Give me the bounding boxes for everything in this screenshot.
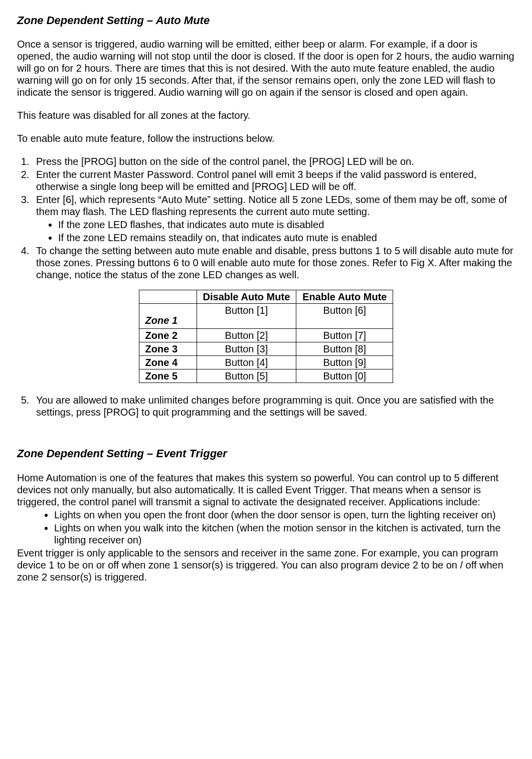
step-item: Enter [6], which represents “Auto Mute” … (32, 194, 515, 244)
applications-list: Lights on when you open the front door (… (17, 509, 515, 546)
steps-list: Press the [PROG] button on the side of t… (17, 155, 515, 281)
table-header-empty (139, 290, 197, 304)
step-item: Press the [PROG] button on the side of t… (32, 155, 515, 167)
bullet-item: If the zone LED remains steadily on, tha… (58, 232, 515, 244)
table-header-enable: Enable Auto Mute (296, 290, 393, 304)
table-header-row: Disable Auto Mute Enable Auto Mute (139, 290, 393, 304)
table-cell: Button [3] (197, 342, 296, 356)
paragraph: This feature was disabled for all zones … (17, 109, 515, 121)
table-rowhead: Zone 3 (139, 342, 197, 356)
section-heading-event-trigger: Zone Dependent Setting – Event Trigger (17, 447, 515, 460)
table-row: Zone 2 Button [2] Button [7] (139, 329, 393, 342)
zone-table: Disable Auto Mute Enable Auto Mute Zone … (139, 290, 394, 383)
table-cell: Button [7] (296, 329, 393, 342)
table-cell: Button [8] (296, 342, 393, 356)
steps-list-cont: You are allowed to make unlimited change… (17, 394, 515, 418)
paragraph: Home Automation is one of the features t… (17, 472, 515, 508)
table-row: Zone 5 Button [5] Button [0] (139, 369, 393, 383)
table-rowhead: Zone 5 (139, 369, 197, 383)
table-cell: Button [9] (296, 356, 393, 369)
table-rowhead: Zone 1 (139, 304, 197, 329)
table-cell: Button [0] (296, 369, 393, 383)
paragraph: To enable auto mute feature, follow the … (17, 132, 515, 144)
table-cell: Button [4] (197, 356, 296, 369)
table-rowhead: Zone 2 (139, 329, 197, 342)
bullet-item: Lights on when you walk into the kitchen… (54, 522, 515, 546)
step-item: Enter the current Master Password. Contr… (32, 168, 515, 193)
section-heading-auto-mute: Zone Dependent Setting – Auto Mute (17, 14, 515, 27)
step-text: Enter [6], which represents “Auto Mute” … (36, 194, 507, 217)
table-rowhead: Zone 4 (139, 356, 197, 369)
table-cell: Button [5] (197, 369, 296, 383)
table-cell: Button [1] (197, 304, 296, 329)
table-row: Zone 3 Button [3] Button [8] (139, 342, 393, 356)
table-row: Zone 1 Button [1] Button [6] (139, 304, 393, 329)
bullet-item: Lights on when you open the front door (… (54, 509, 515, 521)
table-cell: Button [2] (197, 329, 296, 342)
table-row: Zone 4 Button [4] Button [9] (139, 356, 393, 369)
sub-bullets: If the zone LED flashes, that indicates … (36, 219, 515, 244)
paragraph: Once a sensor is triggered, audio warnin… (17, 38, 515, 98)
paragraph: Event trigger is only applicable to the … (17, 547, 515, 583)
bullet-item: If the zone LED flashes, that indicates … (58, 219, 515, 231)
step-item: To change the setting between auto mute … (32, 245, 515, 281)
step-item: You are allowed to make unlimited change… (32, 394, 515, 418)
table-cell: Button [6] (296, 304, 393, 329)
table-header-disable: Disable Auto Mute (197, 290, 296, 304)
